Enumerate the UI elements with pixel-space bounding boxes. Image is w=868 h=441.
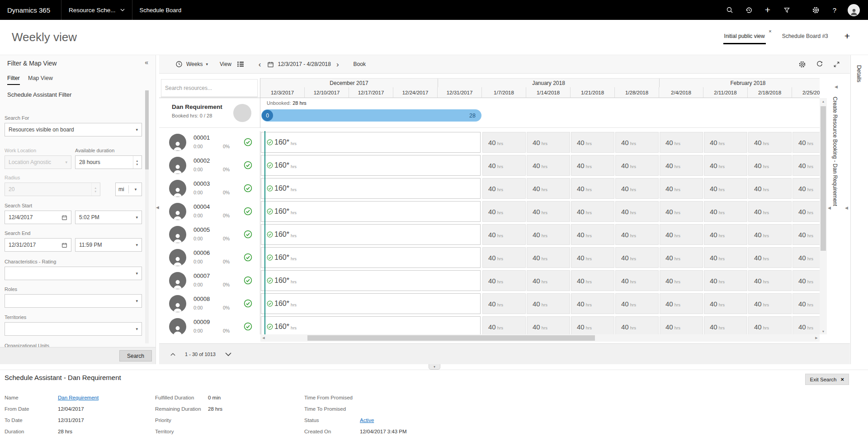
tab-schedule-board-3[interactable]: Schedule Board #3 [781,30,829,44]
availability-week-cell[interactable]: 40hrs [527,178,570,199]
sidebar-scrollbar-thumb[interactable] [145,90,149,169]
availability-week-cell[interactable]: 40hrs [660,270,703,291]
availability-week-cell[interactable]: 40hrs [793,132,820,153]
availability-week-cell[interactable]: 40hrs [793,201,820,222]
calendar-icon[interactable] [61,215,67,220]
detail-value-link[interactable]: Active [360,418,374,423]
availability-week-cell[interactable]: 40hrs [704,155,747,176]
search-end-date-input[interactable]: 12/31/2017 [5,238,71,252]
search-icon[interactable] [720,0,739,20]
resource-search-box[interactable] [161,79,258,97]
availability-week-cell[interactable]: 40hrs [615,247,659,268]
create-resource-booking-pane-tab[interactable]: Create Resource Booking - Dan Requiremen… [832,97,838,206]
resource-cell[interactable]: 000030:000% [159,177,260,200]
availability-cell[interactable]: 160*hrs [261,224,481,245]
panel-splitter-handle[interactable]: ▾ [429,364,440,370]
availability-week-cell[interactable]: 40hrs [571,132,614,153]
availability-week-cell[interactable]: 40hrs [793,293,820,314]
availability-cell[interactable]: 160*hrs [261,247,481,268]
horizontal-scrollbar[interactable]: ◀ ▶ [260,334,820,342]
availability-cell[interactable]: 160*hrs [261,132,481,153]
availability-week-cell[interactable]: 40hrs [571,316,614,334]
next-period-button[interactable]: › [334,61,342,68]
availability-week-cell[interactable]: 40hrs [571,201,614,222]
availability-week-cell[interactable]: 40hrs [482,155,526,176]
availability-week-cell[interactable]: 40hrs [527,201,570,222]
resource-cell[interactable]: 000050:000% [159,223,260,246]
availability-week-cell[interactable]: 40hrs [793,155,820,176]
scroll-left-icon[interactable]: ◀ [260,334,267,342]
radius-unit-select[interactable]: mi ▾ [115,183,142,196]
resource-cell[interactable]: 000040:000% [159,200,260,223]
collapse-sidebar-icon[interactable]: « [145,59,148,66]
availability-week-cell[interactable]: 40hrs [793,247,820,268]
availability-week-cell[interactable]: 40hrs [482,224,526,245]
close-tab-icon[interactable]: × [769,28,771,34]
resource-cell[interactable]: 000020:000% [159,154,260,177]
resource-cell[interactable]: 000080:000% [159,292,260,315]
available-duration-stepper[interactable]: 28 hours ▴▾ [75,155,142,169]
collapse-create-booking-pane-icon[interactable]: ◀ [835,85,838,89]
availability-cell[interactable]: 160*hrs [261,155,481,176]
scroll-up-icon[interactable]: ▲ [820,98,827,104]
availability-week-cell[interactable]: 40hrs [660,132,703,153]
collapse-rows-icon[interactable] [170,352,176,357]
recent-history-icon[interactable] [739,0,758,20]
availability-week-cell[interactable]: 40hrs [482,247,526,268]
calendar-icon[interactable] [61,242,67,248]
availability-week-cell[interactable]: 40hrs [793,270,820,291]
timescale-select[interactable]: Weeks [186,61,203,67]
availability-week-cell[interactable]: 40hrs [615,316,659,334]
availability-week-cell[interactable]: 40hrs [704,224,747,245]
availability-week-cell[interactable]: 40hrs [482,293,526,314]
availability-week-cell[interactable]: 40hrs [748,316,792,334]
search-start-time-select[interactable]: 5:02 PM ▾ [75,211,142,224]
availability-week-cell[interactable]: 40hrs [615,270,659,291]
availability-week-cell[interactable]: 40hrs [748,178,792,199]
previous-period-button[interactable]: ‹ [256,61,264,68]
availability-week-cell[interactable]: 40hrs [704,132,747,153]
resource-cell[interactable]: 000010:000% [159,131,260,154]
availability-week-cell[interactable]: 40hrs [793,316,820,334]
availability-week-cell[interactable]: 40hrs [482,270,526,291]
settings-gear-icon[interactable] [806,0,825,20]
characteristics-rating-select[interactable]: ▾ [5,267,142,280]
availability-week-cell[interactable]: 40hrs [704,270,747,291]
availability-week-cell[interactable]: 40hrs [571,155,614,176]
book-button[interactable]: Book [354,61,366,67]
availability-week-cell[interactable]: 40hrs [704,178,747,199]
availability-week-cell[interactable]: 40hrs [571,247,614,268]
availability-week-cell[interactable]: 40hrs [748,247,792,268]
collapse-details-pane-icon[interactable]: ◀ [845,206,848,210]
availability-week-cell[interactable]: 40hrs [527,293,570,314]
scroll-down-icon[interactable]: ▼ [820,328,827,334]
collapse-grid-pane-icon[interactable]: ◀ [828,206,831,210]
availability-week-cell[interactable]: 40hrs [571,293,614,314]
availability-week-cell[interactable]: 40hrs [748,201,792,222]
availability-cell[interactable]: 160*hrs [261,316,481,334]
availability-week-cell[interactable]: 40hrs [660,316,703,334]
detail-value-link[interactable]: Dan Requirement [58,395,99,400]
availability-week-cell[interactable]: 40hrs [615,178,659,199]
availability-week-cell[interactable]: 40hrs [527,247,570,268]
calendar-icon[interactable] [267,61,274,68]
app-switcher[interactable]: Resource Sche... [61,0,132,20]
details-pane-tab[interactable]: Details [856,65,862,82]
availability-cell[interactable]: 160*hrs [261,178,481,199]
resource-cell[interactable]: 000090:000% [159,315,260,334]
availability-week-cell[interactable]: 40hrs [704,316,747,334]
availability-cell[interactable]: 160*hrs [261,293,481,314]
availability-week-cell[interactable]: 40hrs [482,178,526,199]
availability-week-cell[interactable]: 40hrs [571,270,614,291]
search-start-date-input[interactable]: 12/4/2017 [5,211,71,224]
board-settings-gear-icon[interactable] [798,61,806,68]
availability-week-cell[interactable]: 40hrs [660,224,703,245]
vertical-scrollbar-thumb[interactable] [821,106,826,251]
availability-week-cell[interactable]: 40hrs [704,293,747,314]
availability-week-cell[interactable]: 40hrs [482,316,526,334]
tab-initial-public-view[interactable]: Initial public view × [723,30,766,44]
add-board-tab-button[interactable]: + [844,31,850,43]
add-icon[interactable]: + [758,0,777,20]
availability-week-cell[interactable]: 40hrs [748,270,792,291]
resource-cell[interactable]: 000060:000% [159,246,260,269]
